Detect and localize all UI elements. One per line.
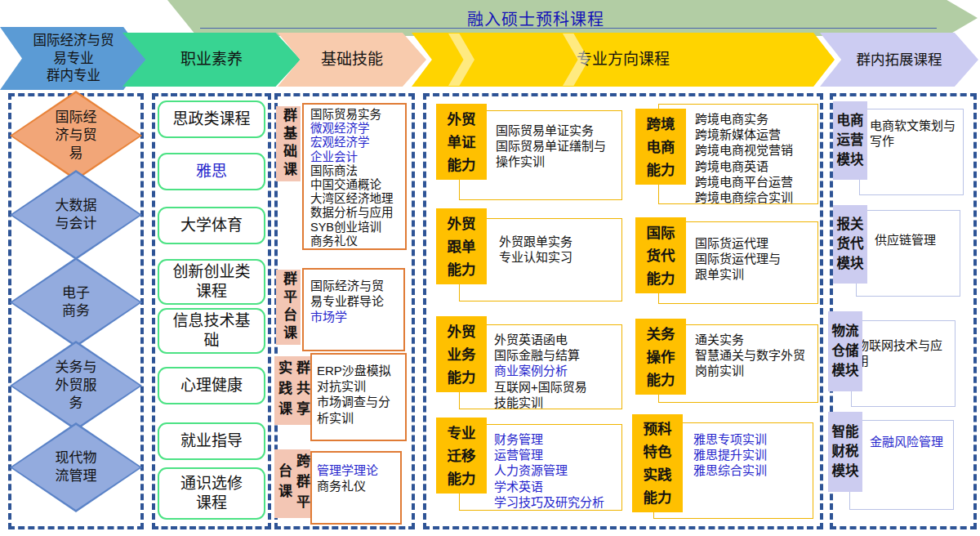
course-item: 中国交通概论 [310, 178, 403, 192]
quality-course-box: 就业指导 [158, 422, 265, 460]
module-course-list: 供应链管理 [856, 210, 960, 297]
module-label: 电商 运营 模块 [833, 101, 867, 180]
skill-group-label: 跨群平台课 [274, 449, 310, 518]
course-item: 国际货运代理 [695, 235, 814, 251]
course-item: 学习技巧及研究分析 [494, 494, 618, 510]
course-item: 微观经济学 [310, 122, 403, 136]
course-item: ERP沙盘模拟 对抗实训 [317, 363, 403, 394]
skill-course-list: 国际经济与贸 易专业群导论市场学 [302, 268, 405, 351]
header-arrow-label: 基础技能 [321, 50, 383, 70]
ability-label: 外贸 单证 能力 [436, 104, 487, 180]
banner-title: 融入硕士预科课程 [467, 7, 604, 30]
course-item: 电商软文策划与 写作 [870, 118, 961, 149]
course-item: 人力资源管理 [494, 462, 618, 478]
course-item: 国际金融与结算 [494, 347, 618, 363]
course-item: 外贸跟单实务 [499, 234, 618, 249]
course-item: 雅思综合实训 [693, 462, 809, 478]
ability-label: 关务 操作 能力 [635, 319, 686, 395]
header-arrow-major-courses: 专业方向课程 [412, 33, 835, 87]
quality-course-box: 心理健康 [158, 367, 265, 404]
course-item: 跨境电商平台运营 [695, 174, 814, 190]
course-item: 数据分析与应用 [310, 206, 403, 220]
course-item: 商务礼仪 [317, 478, 399, 494]
ability-label: 专业 迁移 能力 [436, 418, 487, 494]
course-item: 供应链管理 [875, 232, 958, 248]
course-item: SYB创业培训 [310, 221, 403, 234]
course-item: 国际货运代理与 跟单实训 [695, 251, 814, 282]
course-item: 市场调查与分 析实训 [317, 394, 403, 425]
header-arrow-extension: 群内拓展课程 [820, 33, 978, 87]
course-item: 企业会计 [310, 150, 403, 164]
course-item: 跨境电商实务 [695, 111, 814, 127]
course-item: 市场学 [310, 309, 402, 324]
course-item: 管理学理论 [317, 462, 399, 478]
course-item: 宏观经济学 [310, 136, 403, 150]
skill-group-label: 群基础课 [276, 106, 301, 181]
ability-label: 预科 特色 实践 能力 [632, 414, 683, 512]
curriculum-diagram: 融入硕士预科课程 国际经济与贸 易专业 群内专业 职业素养 基础技能 专业方向课… [0, 0, 980, 536]
course-item: 国际贸易实务 [310, 108, 403, 122]
course-item: 大湾区经济地理 [310, 192, 403, 206]
course-item: 智慧通关与数字外贸 岗前实训 [695, 347, 814, 378]
skill-course-list: ERP沙盘模拟 对抗实训市场调查与分 析实训 [310, 353, 407, 441]
quality-course-box: 雅思 [158, 153, 265, 190]
ability-label: 外贸 业务 能力 [436, 316, 487, 392]
module-course-list: 物联网技术与应用 [851, 320, 956, 407]
course-item: 国际贸易单证缮制与 操作实训 [496, 138, 618, 169]
ability-label: 国际 货代 能力 [635, 217, 686, 293]
course-item: 财务管理 [494, 431, 618, 447]
header-arrow-quality: 职业素养 [122, 33, 301, 87]
module-label: 物流 仓储 模块 [828, 311, 862, 391]
course-item: 跨境新媒体运营 [695, 127, 814, 142]
course-item: 雅思专项实训 [693, 431, 809, 447]
course-item: 国际经济与贸 易专业群导论 [310, 278, 402, 309]
course-item: 跨境电商综合实训 [695, 190, 814, 205]
quality-course-box: 创新创业类 课程 [158, 259, 265, 305]
course-item: 商务礼仪 [310, 234, 403, 248]
header-arrow-label: 职业素养 [180, 50, 243, 70]
course-item: 互联网+国际贸易 技能实训 [494, 379, 618, 410]
skill-course-list: 管理学理论商务礼仪 [310, 451, 402, 525]
skill-group-label: 群平台课 [276, 270, 301, 345]
course-item: 外贸英语函电 [494, 332, 618, 347]
header-arrow-label: 专业方向课程 [577, 50, 670, 70]
course-item: 商业案例分析 [494, 363, 618, 378]
quality-course-box: 信息技术基 础 [158, 308, 265, 354]
course-item: 跨境电商英语 [695, 159, 814, 174]
course-item: 通关实务 [695, 332, 814, 347]
ability-label: 外贸 跟单 能力 [436, 208, 487, 284]
skill-course-list: 国际贸易实务微观经济学宏观经济学企业会计国际商法中国交通概论大湾区经济地理数据分… [302, 103, 407, 250]
module-label: 报关 货代 模块 [833, 205, 867, 284]
module-label: 智能 财税 模块 [828, 412, 862, 492]
quality-course-box: 大学体育 [158, 207, 265, 244]
header-arrow-label: 群内拓展课程 [857, 51, 942, 69]
header-arrow-label: 国际经济与贸 易专业 群内专业 [33, 32, 114, 84]
course-item: 国际商法 [310, 164, 403, 178]
course-item: 专业认知实习 [499, 249, 618, 265]
header-arrow-majors: 国际经济与贸 易专业 群内专业 [0, 27, 147, 90]
course-item: 学术英语 [494, 479, 618, 494]
skill-group-label: 群共享实践课 [274, 356, 310, 425]
course-item: 国际贸易单证实务 [496, 123, 618, 138]
course-item: 运营管理 [494, 447, 618, 462]
module-course-list: 金融风险管理 [849, 420, 954, 510]
quality-course-box: 思政类课程 [158, 100, 265, 138]
banner-arrow: 融入硕士预科课程 [167, 0, 978, 36]
course-item: 跨境电商视觉营销 [695, 142, 814, 158]
quality-course-box: 通识选修 课程 [158, 467, 265, 520]
course-item: 雅思提升实训 [693, 447, 809, 462]
course-item: 物联网技术与应用 [857, 337, 953, 368]
module-course-list: 电商软文策划与 写作 [859, 109, 964, 195]
course-item: 金融风险管理 [870, 434, 951, 449]
ability-label: 跨境 电商 能力 [635, 109, 686, 185]
